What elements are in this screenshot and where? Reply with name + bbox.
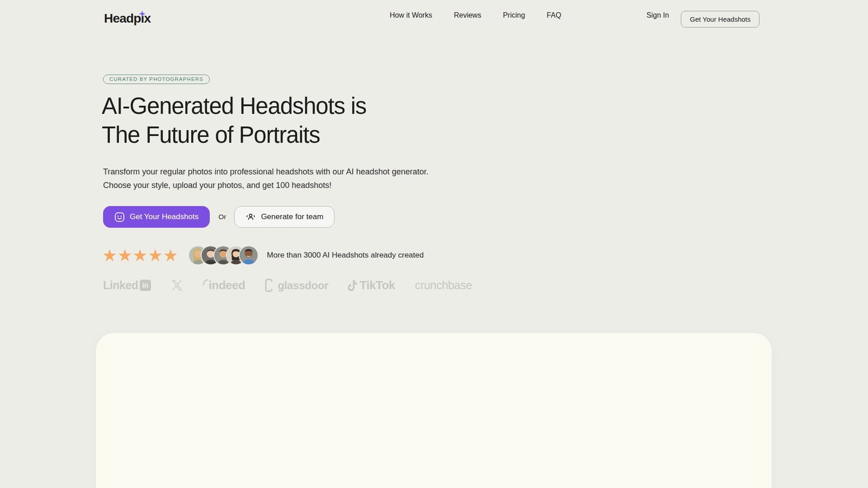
star-icon: ★ [148, 247, 163, 264]
tiktok-wordmark: TikTok [359, 278, 395, 292]
social-proof-row: ★ ★ ★ ★ ★ More than 3000 AI Headshots al… [102, 244, 424, 266]
hero-description: Transform your regular photos into profe… [103, 165, 429, 192]
x-logo [171, 279, 183, 291]
curated-badge: CURATED BY PHOTOGRAPHERS [103, 75, 210, 84]
cta-row: Get Your Headshots Or Generate for team [103, 206, 335, 228]
indeed-logo: indeed [203, 278, 245, 292]
description-line-2: Choose your style, upload your photos, a… [103, 178, 429, 192]
get-your-headshots-button[interactable]: Get Your Headshots [103, 206, 210, 228]
title-line-1: AI-Generated Headshots is [102, 92, 366, 121]
star-icon: ★ [132, 247, 148, 264]
crunchbase-wordmark: crunchbase [415, 279, 472, 292]
description-line-1: Transform your regular photos into profe… [103, 165, 429, 178]
avatar-man-blue-shirt [239, 245, 259, 265]
linkedin-wordmark: Linked [103, 279, 138, 292]
linkedin-in-icon: in [140, 280, 151, 291]
star-icon: ★ [118, 247, 133, 264]
glassdoor-wordmark: glassdoor [278, 279, 328, 292]
sparkle-icon [138, 6, 146, 14]
nav-reviews[interactable]: Reviews [454, 11, 481, 19]
header: Headpix How it Works Reviews Pricing FAQ… [0, 0, 868, 31]
secondary-cta-label: Generate for team [261, 212, 323, 221]
crunchbase-logo: crunchbase [415, 279, 472, 292]
header-get-headshots-button[interactable]: Get Your Headshots [681, 11, 760, 28]
primary-cta-label: Get Your Headshots [130, 212, 198, 221]
social-proof-text: More than 3000 AI Headshots already crea… [267, 251, 424, 260]
title-line-2: The Future of Portraits [102, 121, 366, 150]
main-nav: How it Works Reviews Pricing FAQ [390, 0, 561, 31]
sign-in-link[interactable]: Sign In [646, 0, 669, 31]
nav-how-it-works[interactable]: How it Works [390, 11, 432, 19]
logo[interactable]: Headpix [104, 11, 151, 26]
smiley-icon [114, 212, 125, 222]
tiktok-logo: TikTok [348, 278, 395, 292]
brand-logos-row: Linked in indeed glassdoor TikTok crunch… [103, 278, 472, 292]
five-star-rating: ★ ★ ★ ★ ★ [102, 247, 178, 264]
page-title: AI-Generated Headshots is The Future of … [102, 92, 366, 150]
team-users-icon [245, 212, 256, 222]
nav-faq[interactable]: FAQ [547, 11, 561, 19]
nav-pricing[interactable]: Pricing [503, 11, 525, 19]
star-icon: ★ [102, 247, 118, 264]
content-panel [96, 333, 772, 488]
avatar-group [188, 245, 259, 265]
indeed-wordmark: indeed [209, 278, 245, 292]
or-text: Or [218, 213, 226, 221]
generate-for-team-button[interactable]: Generate for team [234, 206, 335, 228]
star-icon: ★ [163, 247, 179, 264]
linkedin-logo: Linked in [103, 279, 151, 292]
glassdoor-logo: glassdoor [265, 279, 328, 292]
